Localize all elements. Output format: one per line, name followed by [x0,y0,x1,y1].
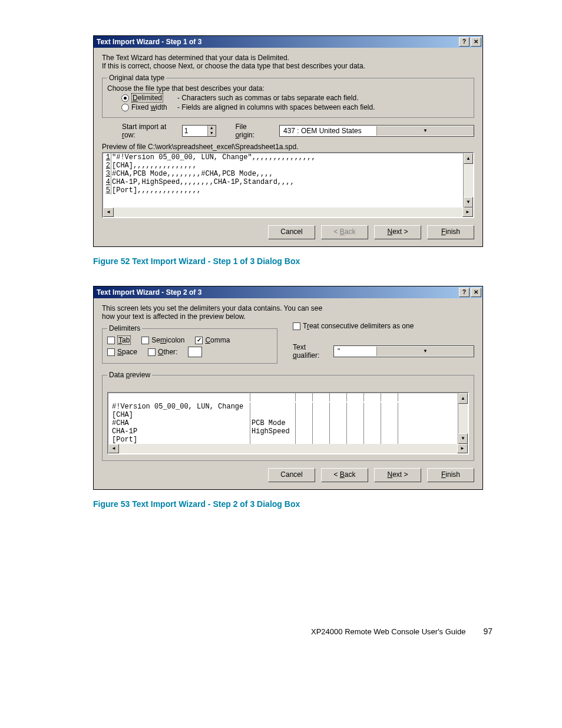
data-preview-legend: Data preview [107,371,152,379]
checkbox-tab[interactable]: Tab [107,336,131,344]
group-legend: Original data type [107,74,166,82]
next-button[interactable]: Next > [374,225,421,239]
intro-line2: If this is correct, choose Next, or choo… [102,62,474,70]
dialog-step1: Text Import Wizard - Step 1 of 3 ? ✕ The… [93,35,483,247]
checkbox-space[interactable]: Space [107,348,137,356]
back-button[interactable]: < Back [321,468,368,482]
footer-page-number: 97 [483,627,492,636]
scroll-right-icon[interactable]: ► [457,444,468,453]
file-origin-combo[interactable]: 437 : OEM United States ▼ [279,125,474,137]
delimiters-legend: Delimiters [107,324,142,332]
checkbox-treat-consecutive[interactable]: Treat consecutive delimiters as one [293,322,474,330]
preview-vscroll[interactable]: ▲ ▼ [463,153,473,207]
data-preview-vscroll[interactable]: ▲ ▼ [458,393,468,444]
file-origin-label: File origin: [235,123,265,139]
titlebar-step2: Text Import Wizard - Step 2 of 3 ? ✕ [94,286,482,298]
start-row-input[interactable] [183,126,207,136]
spin-up-icon[interactable]: ▲ [207,126,216,131]
figure-53-caption: Figure 53 Text Import Wizard - Step 2 of… [93,499,492,509]
checkbox-other[interactable]: Other: [148,348,177,356]
radio-fixed-label: Fixed width [131,103,177,111]
scroll-down-icon[interactable]: ▼ [464,197,473,207]
scroll-left-icon[interactable]: ◄ [108,444,119,453]
table-row: [CHA] [111,411,458,419]
table-row: CHA-1PHighSpeed [111,427,458,436]
radio-delimited[interactable] [121,94,129,102]
cancel-button[interactable]: Cancel [268,225,315,239]
cancel-button[interactable]: Cancel [268,468,315,482]
footer-title: XP24000 Remote Web Console User's Guide [311,627,465,636]
dialog-step2: Text Import Wizard - Step 2 of 3 ? ✕ Thi… [93,286,483,490]
scroll-down-icon[interactable]: ▼ [458,433,468,444]
table-row: #!Version 05_00_00, LUN, Change [111,403,458,411]
start-row-spinner[interactable]: ▲▼ [182,125,216,137]
preview-line: 2[CHA],,,,,,,,,,,,,,, [103,162,463,170]
preview-line: 5[Port],,,,,,,,,,,,,,, [103,186,463,195]
preview-area: 1"#!Version 05_00_00, LUN, Change",,,,,,… [102,152,474,218]
intro-line2: how your text is affected in the preview… [102,312,474,321]
scroll-up-icon[interactable]: ▲ [464,153,473,164]
finish-button[interactable]: Finish [427,225,474,239]
text-qualifier-combo[interactable]: " ▼ [333,345,474,357]
scroll-up-icon[interactable]: ▲ [458,393,468,404]
file-origin-value: 437 : OEM United States [280,127,376,135]
help-button-icon[interactable]: ? [459,288,470,297]
table-row: [Port] [111,436,458,444]
close-button-icon[interactable]: ✕ [471,37,481,47]
intro-line1: This screen lets you set the delimiters … [102,304,474,312]
intro-line1: The Text Wizard has determined that your… [102,54,474,62]
dropdown-arrow-icon[interactable]: ▼ [376,126,474,136]
radio-fixed-desc: - Fields are aligned in columns with spa… [177,103,375,111]
scroll-right-icon[interactable]: ► [462,207,473,217]
back-button: < Back [321,225,368,239]
text-qualifier-label: Text qualifier: [293,343,329,360]
close-button-icon[interactable]: ✕ [471,288,481,297]
radio-fixed-width[interactable] [121,104,129,111]
titlebar-step1: Text Import Wizard - Step 1 of 3 ? ✕ [94,36,482,48]
help-button-icon[interactable]: ? [459,37,470,47]
start-row-label: Start import at row: [122,123,177,139]
checkbox-comma[interactable]: Comma [195,336,230,344]
spin-down-icon[interactable]: ▼ [207,131,216,136]
choose-label: Choose the file type that best describes… [107,84,469,93]
preview-hscroll[interactable]: ◄ ► [103,207,473,217]
data-preview-group: Data preview #!Version 05_00_00, LUN, Ch… [102,371,474,461]
figure-52-caption: Figure 52 Text Import Wizard - Step 1 of… [93,256,492,266]
title-text: Text Import Wizard - Step 2 of 3 [97,288,458,297]
finish-button[interactable]: Finish [427,468,474,482]
preview-line: 3#CHA,PCB Mode,,,,,,,,#CHA,PCB Mode,,,, [103,170,463,178]
other-input[interactable] [188,347,202,357]
text-qualifier-value: " [334,347,376,355]
radio-delimited-desc: - Characters such as commas or tabs sepa… [177,94,358,102]
preview-line: 4CHA-1P,HighSpeed,,,,,,,,CHA-1P,Standard… [103,178,463,186]
data-preview-hscroll[interactable]: ◄ ► [108,444,468,453]
next-button[interactable]: Next > [374,468,421,482]
page-footer: XP24000 Remote Web Console User's Guide … [93,627,492,636]
title-text: Text Import Wizard - Step 1 of 3 [97,38,458,46]
dropdown-arrow-icon[interactable]: ▼ [376,347,474,356]
checkbox-semicolon[interactable]: Semicolon [141,336,184,344]
preview-line: 1"#!Version 05_00_00, LUN, Change",,,,,,… [103,153,463,162]
original-data-type-group: Original data type Choose the file type … [102,74,474,118]
radio-delimited-label: Delimited [131,94,177,102]
preview-label: Preview of file C:\work\spreadsheet_exce… [102,143,474,151]
delimiters-group: Delimiters Tab Semicolon Comma Space Oth… [102,324,277,364]
scroll-left-icon[interactable]: ◄ [103,207,114,217]
table-row: #CHAPCB Mode [111,419,458,427]
